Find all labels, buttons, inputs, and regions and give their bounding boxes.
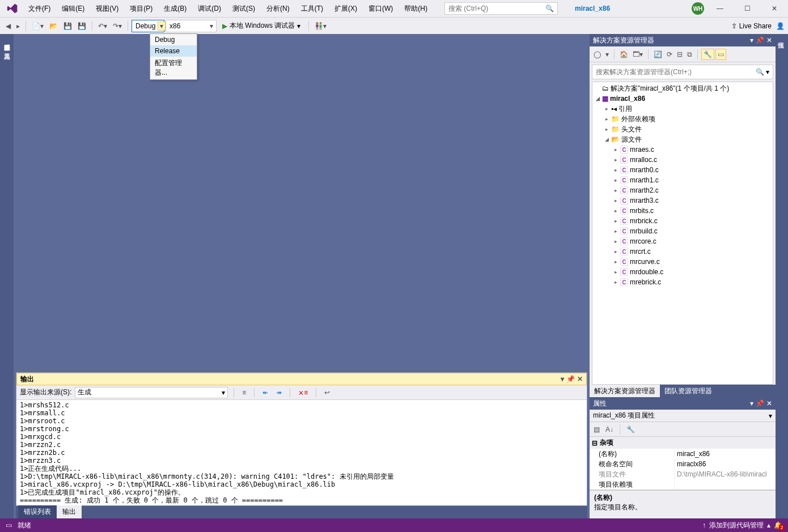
tree-node[interactable]: ▸Cmralloc.c bbox=[592, 155, 773, 165]
sync-icon[interactable]: 🔄 bbox=[652, 49, 664, 59]
publish-icon[interactable]: ↑ bbox=[702, 521, 706, 529]
solution-tree[interactable]: 🗂解决方案"miracl_x86"(1 个项目/共 1 个)◢▦miracl_x… bbox=[592, 82, 773, 385]
se-tab[interactable]: 解决方案资源管理器 bbox=[590, 385, 660, 397]
expander-icon[interactable]: ▸ bbox=[613, 208, 618, 214]
expander-icon[interactable]: ▸ bbox=[613, 147, 618, 152]
expander-icon[interactable]: ▸ bbox=[613, 279, 618, 285]
properties-grid[interactable]: ⊟杂项 (名称)miracl_x86根命名空间miraclx86项目文件D:\t… bbox=[590, 437, 776, 490]
pin-icon[interactable]: 📌 bbox=[756, 399, 764, 407]
tree-node[interactable]: ▸Cmrarth0.c bbox=[592, 165, 773, 175]
tree-node[interactable]: ▸Cmrbits.c bbox=[592, 206, 773, 216]
config-combo[interactable]: Debug ▾ bbox=[132, 20, 164, 32]
global-search-input[interactable] bbox=[448, 5, 545, 12]
bottom-tab[interactable]: 错误列表 bbox=[18, 505, 57, 518]
menu-调试(D)[interactable]: 调试(D) bbox=[192, 2, 227, 16]
nav-back-icon[interactable]: ◀ bbox=[3, 21, 13, 31]
expander-icon[interactable]: ▸ bbox=[613, 157, 618, 163]
filter-icon[interactable]: ⟳ bbox=[665, 49, 674, 59]
redo-icon[interactable]: ↷▾ bbox=[111, 21, 124, 31]
bottom-tab[interactable]: 输出 bbox=[57, 505, 82, 518]
notifications-button[interactable]: 🔔 2 bbox=[774, 521, 782, 529]
chevron-up-icon[interactable]: ▴ bbox=[767, 521, 770, 529]
menu-帮助(H)[interactable]: 帮助(H) bbox=[399, 2, 433, 16]
tree-node[interactable]: ▸Cmrarth1.c bbox=[592, 175, 773, 185]
categorized-icon[interactable]: ▤ bbox=[592, 424, 601, 435]
expander-icon[interactable]: ▸ bbox=[613, 239, 618, 244]
start-debug-button[interactable]: ▶ 本地 Windows 调试器 ▾ bbox=[218, 20, 305, 32]
dropdown-icon[interactable]: ▾ bbox=[561, 375, 564, 383]
feedback-icon[interactable]: 👤 bbox=[776, 22, 785, 30]
goto-icon[interactable]: ≡ bbox=[240, 388, 248, 398]
expander-icon[interactable]: ▸ bbox=[613, 228, 618, 234]
expander-icon[interactable]: ◢ bbox=[595, 96, 600, 101]
window-icon[interactable]: ▭ bbox=[6, 521, 12, 529]
property-row[interactable]: 根命名空间miraclx86 bbox=[590, 459, 776, 469]
back-icon[interactable]: ◯ bbox=[592, 49, 603, 59]
collapse-icon[interactable]: ⊟ bbox=[675, 49, 684, 59]
expander-icon[interactable]: ▸ bbox=[613, 198, 618, 203]
close-button[interactable]: ✕ bbox=[763, 1, 786, 16]
dropdown-icon[interactable]: ▾ bbox=[750, 36, 753, 44]
wrap-icon[interactable]: ↩ bbox=[322, 388, 332, 398]
dropdown-icon[interactable]: ▾ bbox=[750, 399, 753, 407]
fwd-icon[interactable]: ▾ bbox=[604, 49, 611, 59]
new-project-icon[interactable]: 📄▾ bbox=[29, 21, 46, 31]
toolbar-extra-icon[interactable]: 👫▾ bbox=[312, 21, 329, 31]
tree-node[interactable]: ◢▦miracl_x86 bbox=[592, 93, 773, 104]
user-avatar[interactable]: WH bbox=[692, 2, 704, 15]
global-search[interactable]: 🔍 bbox=[444, 2, 558, 15]
prev-icon[interactable]: ↞ bbox=[260, 388, 270, 398]
properties-icon[interactable]: 🔧 bbox=[701, 49, 714, 60]
home-icon[interactable]: 🏠 bbox=[618, 49, 630, 59]
tree-node[interactable]: ▸Cmrarth3.c bbox=[592, 195, 773, 206]
output-title-bar[interactable]: 输出 ▾ 📌 ✕ bbox=[16, 373, 587, 385]
expander-icon[interactable]: ▸ bbox=[613, 188, 618, 193]
close-icon[interactable]: ✕ bbox=[577, 375, 583, 383]
config-option[interactable]: Release bbox=[150, 45, 197, 57]
expander-icon[interactable]: ◢ bbox=[604, 137, 609, 142]
tree-node[interactable]: ▸Cmrcurve.c bbox=[592, 257, 773, 267]
tree-node[interactable]: ▸📁外部依赖项 bbox=[592, 114, 773, 124]
expander-icon[interactable]: ▸ bbox=[613, 177, 618, 183]
status-scm[interactable]: 添加到源代码管理 bbox=[709, 521, 764, 530]
output-content[interactable]: 1>mrshs512.c 1>mrsmall.c 1>mrsroot.c 1>m… bbox=[16, 400, 587, 505]
properties-object[interactable]: miracl_x86 项目属性 ▾ bbox=[590, 410, 776, 422]
open-icon[interactable]: 📂 bbox=[47, 21, 60, 31]
se-search[interactable]: 🔍 ▾ bbox=[592, 65, 773, 79]
close-icon[interactable]: ✕ bbox=[766, 36, 772, 44]
expander-icon[interactable]: ▸ bbox=[613, 269, 618, 275]
rail-tab[interactable]: 服务器资源管理器 bbox=[2, 35, 12, 44]
menu-测试(S)[interactable]: 测试(S) bbox=[227, 2, 261, 16]
menu-工具(T)[interactable]: 工具(T) bbox=[295, 2, 329, 16]
wrench-icon[interactable]: 🔧 bbox=[625, 424, 637, 435]
live-share-button[interactable]: ⇪ Live Share bbox=[731, 22, 772, 30]
save-all-icon[interactable]: 💾 bbox=[75, 21, 88, 31]
expander-icon[interactable]: ▸ bbox=[604, 116, 609, 122]
menu-扩展(X)[interactable]: 扩展(X) bbox=[329, 2, 363, 16]
property-category[interactable]: ⊟杂项 bbox=[590, 437, 776, 449]
platform-combo[interactable]: x86 ▾ bbox=[166, 20, 217, 32]
preview-icon[interactable]: ▭ bbox=[715, 49, 726, 60]
property-row[interactable]: 项目依赖项 bbox=[590, 479, 776, 490]
menu-生成(B)[interactable]: 生成(B) bbox=[158, 2, 192, 16]
properties-header[interactable]: 属性 ▾ 📌 ✕ bbox=[590, 397, 776, 410]
expander-icon[interactable]: ▸ bbox=[613, 167, 618, 173]
minimize-button[interactable]: — bbox=[709, 1, 731, 16]
alphabetical-icon[interactable]: A↓ bbox=[604, 424, 615, 435]
se-tab[interactable]: 团队资源管理器 bbox=[660, 385, 717, 397]
maximize-button[interactable]: ☐ bbox=[736, 1, 759, 16]
menu-编辑(E)[interactable]: 编辑(E) bbox=[56, 2, 90, 16]
tree-node[interactable]: ▸Cmrbrick.c bbox=[592, 216, 773, 226]
expander-icon[interactable]: ▸ bbox=[613, 249, 618, 254]
save-icon[interactable]: 💾 bbox=[61, 21, 74, 31]
menu-视图(V)[interactable]: 视图(V) bbox=[90, 2, 124, 16]
tree-node[interactable]: ▸Cmraes.c bbox=[592, 144, 773, 155]
nav-fwd-icon[interactable]: ▸ bbox=[14, 21, 22, 31]
clear-icon[interactable]: ⨯≡ bbox=[296, 388, 310, 398]
property-row[interactable]: (名称)miracl_x86 bbox=[590, 449, 776, 459]
rail-tab[interactable]: 工具箱 bbox=[2, 44, 12, 53]
menu-窗口(W)[interactable]: 窗口(W) bbox=[363, 2, 399, 16]
output-source-combo[interactable]: 生成 ▾ bbox=[75, 387, 228, 398]
next-icon[interactable]: ↠ bbox=[274, 388, 284, 398]
tree-node[interactable]: ▸Cmrarth2.c bbox=[592, 185, 773, 195]
